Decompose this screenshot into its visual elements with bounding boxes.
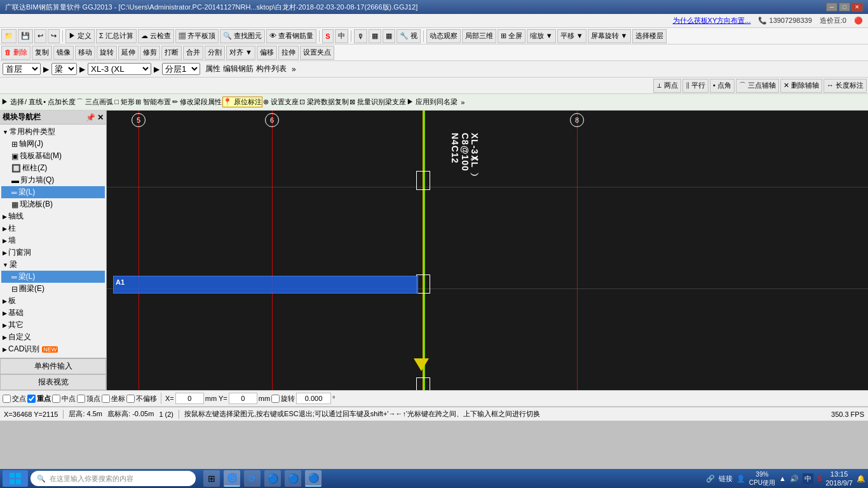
rotate-input[interactable]: [296, 393, 331, 404]
snap-nooffset-label[interactable]: 不偏移: [136, 394, 157, 403]
find-element-button[interactable]: 🔍 查找图元: [220, 29, 265, 43]
batch-identify-button[interactable]: ⊠ 批量识别梁支座: [349, 97, 406, 107]
close-button[interactable]: ✕: [851, 3, 863, 11]
delete-button[interactable]: 🗑 删除: [1, 46, 31, 60]
split-button[interactable]: 分割: [205, 46, 225, 60]
grid2-button[interactable]: ▦: [383, 29, 395, 43]
snap-coord-check[interactable]: [102, 395, 110, 403]
copy-button[interactable]: 复制: [32, 46, 52, 60]
tree-item-ring-beam[interactable]: ⊟ 圈梁(E): [1, 283, 105, 295]
x-input[interactable]: [175, 393, 204, 404]
snap-nooffset-check[interactable]: [126, 395, 135, 403]
antivirus-icon[interactable]: S: [817, 475, 822, 482]
two-point-button[interactable]: ⊥ 两点: [653, 79, 681, 93]
task-icon-ie[interactable]: ⟳: [244, 470, 261, 487]
save-button[interactable]: 💾: [18, 29, 33, 43]
rotate-label[interactable]: 旋转: [281, 394, 295, 403]
open-button[interactable]: 📁: [1, 29, 17, 43]
tree-item-beams-section[interactable]: ▼ 梁: [1, 259, 105, 271]
tree-item-cad[interactable]: ▶ CAD识别 NEW: [1, 343, 105, 355]
tree-item-shearwall[interactable]: ▬ 剪力墙(Q): [1, 174, 105, 186]
component-type-select[interactable]: 梁: [51, 63, 77, 75]
position-mark-button[interactable]: 📍 原位标注: [222, 97, 262, 107]
view-rebar-button[interactable]: 👁 查看钢筋量: [266, 29, 316, 43]
grid1-button[interactable]: ▦: [369, 29, 381, 43]
copy-span-button[interactable]: ⊡ 梁跨数据复制: [299, 97, 349, 107]
more-icon2[interactable]: »: [461, 98, 465, 106]
select-tool-button[interactable]: ▶ 选择: [1, 97, 24, 107]
notification-icon[interactable]: 🔔: [857, 475, 865, 483]
edit-rebar-button[interactable]: 编辑钢筋: [223, 64, 254, 74]
rotate-button[interactable]: 旋转: [97, 46, 117, 60]
single-component-button[interactable]: 单构件输入: [0, 358, 106, 374]
snap-endpoint-check[interactable]: [27, 395, 36, 403]
property-button[interactable]: 属性: [205, 64, 220, 74]
network-icon[interactable]: 🔗: [706, 475, 715, 483]
local-3d-button[interactable]: 局部三维: [462, 29, 496, 43]
s-button[interactable]: S: [322, 29, 333, 43]
modify-segment-button[interactable]: ✏ 修改梁段属性: [172, 97, 222, 107]
search-bar[interactable]: 🔍 在这里输入你要搜索的内容: [31, 471, 196, 486]
arc-tool-button[interactable]: ⌒ 三点画弧: [76, 97, 113, 107]
offset-button[interactable]: 偏移: [257, 46, 277, 60]
length-mark-button[interactable]: ↔ 长度标注: [824, 79, 867, 93]
zhong-button[interactable]: 中: [335, 29, 348, 43]
ime-zh[interactable]: 中: [803, 473, 813, 484]
snap-intersection-label[interactable]: 交点: [12, 394, 26, 403]
parallel-button[interactable]: ∥ 平行: [682, 79, 709, 93]
trim-button[interactable]: 修剪: [140, 46, 160, 60]
more-icon[interactable]: »: [292, 65, 296, 74]
delete-axis-button[interactable]: ✕ 删除辅轴: [780, 79, 822, 93]
task-icon-app1[interactable]: 🔵: [264, 470, 281, 487]
snap-vertex-check[interactable]: [77, 395, 85, 403]
drawing-canvas-area[interactable]: 5 6 8 A1 XL-3（XL）C8@100N4C12 Y: [107, 111, 868, 390]
info-text[interactable]: 为什么茯板XY方向布置...: [673, 16, 751, 25]
time-area[interactable]: 13:15 2018/9/7: [825, 470, 853, 488]
mirror-button[interactable]: 镜像: [53, 46, 74, 60]
task-icon-ggj[interactable]: 🔵: [305, 470, 322, 487]
snap-coord-label[interactable]: 坐标: [111, 394, 125, 403]
maximize-button[interactable]: □: [839, 3, 850, 11]
redo-button[interactable]: ↪: [48, 29, 60, 43]
tree-item-axisline[interactable]: ▶ 轴线: [1, 210, 105, 222]
minimize-button[interactable]: ─: [826, 3, 837, 11]
merge-button[interactable]: 合并: [183, 46, 203, 60]
y-input[interactable]: [229, 393, 257, 404]
align-button[interactable]: 对齐 ▼: [226, 46, 255, 60]
report-view-button[interactable]: 报表视览: [0, 374, 106, 390]
break-button[interactable]: 打断: [161, 46, 182, 60]
pan-button[interactable]: 平移 ▼: [557, 29, 587, 43]
snap-intersection-check[interactable]: [3, 395, 11, 403]
task-icon-browser[interactable]: 🌀: [224, 470, 240, 487]
layer-select[interactable]: 分层1: [162, 63, 200, 75]
drawing-canvas[interactable]: 5 6 8 A1 XL-3（XL）C8@100N4C12 Y: [107, 111, 868, 390]
start-button[interactable]: [3, 470, 28, 487]
stretch-button[interactable]: 拉伸: [278, 46, 299, 60]
tree-item-beam[interactable]: ═ 梁(L): [1, 186, 105, 198]
tree-item-beam-l[interactable]: ═ 梁(L): [1, 271, 105, 283]
tree-item-slab[interactable]: ▦ 现浇板(B): [1, 198, 105, 210]
snap-vertex-label[interactable]: 顶点: [86, 394, 100, 403]
flatten-button[interactable]: ▦ 齐平板顶: [175, 29, 219, 43]
smart-layout-button[interactable]: ⊞ 智能布置: [135, 97, 171, 107]
point-angle-button[interactable]: • 点角: [710, 79, 735, 93]
zoom-button[interactable]: 缩放 ▼: [527, 29, 556, 43]
fullscreen-button[interactable]: ⊞ 全屏: [498, 29, 526, 43]
blue-beam-rect[interactable]: [113, 276, 418, 294]
dynamic-view-button[interactable]: 动态观察: [426, 29, 461, 43]
up-arrow-icon[interactable]: ▲: [779, 475, 786, 482]
tree-item-doorwindow[interactable]: ▶ 门窗洞: [1, 247, 105, 259]
component-list-button[interactable]: 构件列表: [256, 64, 287, 74]
floor-select[interactable]: 首层: [3, 63, 41, 75]
undo-button[interactable]: ↩: [34, 29, 46, 43]
rotate-screen-button[interactable]: 屏幕旋转 ▼: [588, 29, 631, 43]
panel-controls[interactable]: 📌 ✕: [86, 113, 104, 122]
snap-midpoint-label[interactable]: 中点: [62, 394, 76, 403]
tree-item-other[interactable]: ▶ 其它: [1, 319, 105, 331]
mic-button[interactable]: 🎙: [354, 29, 367, 43]
cloud-check-button[interactable]: ☁ 云检查: [138, 29, 174, 43]
rotate-check[interactable]: [271, 395, 280, 403]
tree-item-slab-section[interactable]: ▶ 板: [1, 295, 105, 307]
common-components-header[interactable]: ▼ 常用构件类型: [1, 126, 105, 138]
point-length-button[interactable]: • 点加长度: [43, 97, 76, 107]
